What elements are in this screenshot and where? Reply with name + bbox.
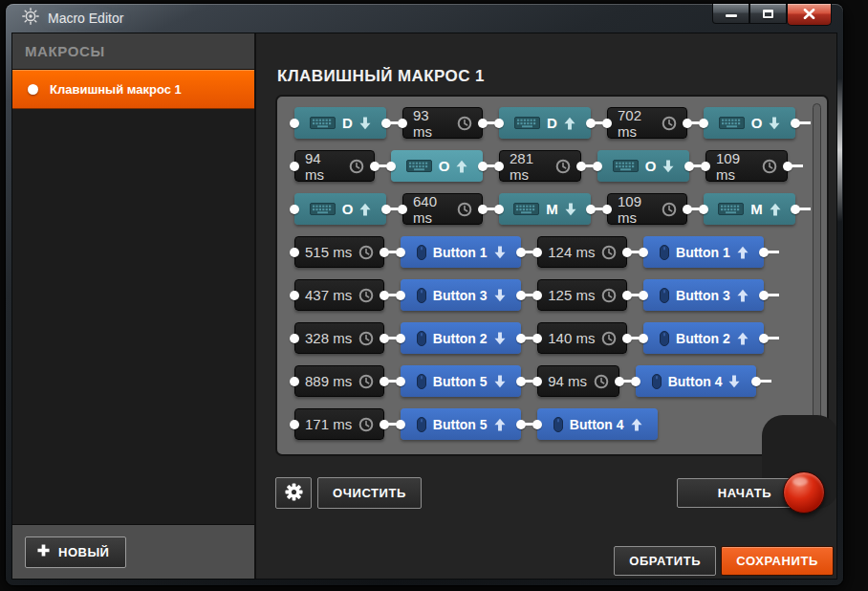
- step-connector: [516, 248, 542, 257]
- mouse-button-label: Button 5: [433, 374, 488, 389]
- row-end-connector: [759, 334, 779, 343]
- connector-line: [799, 121, 811, 124]
- connector-dot: [290, 334, 299, 343]
- step-connector: [622, 291, 648, 300]
- macro-step-delay[interactable]: 171 ms: [294, 408, 384, 440]
- clock-icon: [358, 374, 374, 389]
- step-connector: [370, 162, 396, 171]
- clock-icon: [358, 417, 374, 432]
- macro-step-delay[interactable]: 640 ms: [402, 193, 483, 225]
- connector-dot: [701, 162, 710, 171]
- macro-step-mouse-down[interactable]: Button 5: [401, 365, 521, 397]
- step-connector: [380, 334, 405, 343]
- macro-row: 328 msButton 2140 msButton 2: [290, 322, 798, 354]
- macro-step-key-up[interactable]: O: [391, 150, 483, 182]
- save-button[interactable]: СОХРАНИТЬ: [721, 546, 834, 576]
- macro-step-delay[interactable]: 124 ms: [537, 236, 627, 268]
- record-button[interactable]: [783, 471, 825, 514]
- step-connector: [622, 334, 648, 343]
- macro-step-delay[interactable]: 140 ms: [537, 322, 627, 354]
- macro-step-mouse-down[interactable]: Button 3: [401, 279, 521, 311]
- macro-step-key-down[interactable]: O: [704, 107, 795, 139]
- connector-dot: [290, 420, 299, 429]
- maximize-button[interactable]: [749, 4, 787, 24]
- macro-step-key-up[interactable]: O: [294, 193, 386, 225]
- sidebar: МАКРОСЫ Клавишный макрос 1 НОВЫЙ: [12, 33, 256, 579]
- delay-label: 140 ms: [548, 330, 595, 346]
- titlebar[interactable]: Macro Editor: [6, 4, 843, 33]
- key-label: O: [439, 158, 450, 174]
- step-connector: [516, 334, 542, 343]
- macro-step-mouse-down[interactable]: Button 2: [401, 322, 521, 354]
- arrow-up-icon: [456, 160, 467, 173]
- mouse-icon: [417, 288, 426, 303]
- step-connector: [516, 420, 542, 429]
- connector-line: [768, 337, 779, 339]
- minimize-button[interactable]: [712, 4, 749, 24]
- macro-step-delay[interactable]: 94 ms: [294, 150, 375, 182]
- macro-step-mouse-up[interactable]: Button 5: [401, 408, 521, 440]
- delay-label: 93 ms: [413, 107, 450, 140]
- keyboard-icon: [613, 160, 639, 172]
- mouse-icon: [553, 417, 563, 432]
- clear-button[interactable]: ОЧИСТИТЬ: [317, 477, 422, 509]
- plus-icon: [37, 544, 50, 559]
- macro-step-key-down[interactable]: O: [597, 150, 689, 182]
- mouse-button-label: Button 5: [433, 417, 488, 432]
- new-macro-button[interactable]: НОВЫЙ: [25, 536, 126, 568]
- step-connector: [381, 205, 407, 214]
- macro-step-delay[interactable]: 889 ms: [294, 365, 384, 397]
- mouse-icon: [660, 245, 669, 260]
- connector-dot: [532, 377, 542, 386]
- macro-step-delay[interactable]: 328 ms: [294, 322, 384, 354]
- clock-icon: [555, 159, 571, 174]
- connector-dot: [396, 420, 405, 429]
- macro-step-mouse-up[interactable]: Button 3: [643, 279, 764, 311]
- arrow-down-icon: [494, 246, 506, 259]
- revert-button[interactable]: ОБРАТИТЬ: [614, 546, 716, 576]
- gear-icon: [285, 483, 303, 504]
- window-title: Macro Editor: [48, 11, 123, 26]
- macro-step-delay[interactable]: 109 ms: [607, 193, 687, 225]
- macro-step-delay[interactable]: 281 ms: [499, 150, 581, 182]
- macro-step-delay[interactable]: 125 ms: [537, 279, 627, 311]
- arrow-up-icon: [631, 418, 642, 431]
- macro-step-mouse-up[interactable]: Button 2: [643, 322, 764, 354]
- connector-dot: [639, 334, 648, 343]
- arrow-down-icon: [359, 117, 371, 130]
- macro-rows: D93 msD702 msO94 msO281 msO109 msO640 ms…: [290, 107, 798, 440]
- window-controls: [712, 4, 832, 26]
- mouse-icon: [417, 374, 426, 389]
- step-connector: [683, 119, 708, 128]
- macro-step-delay[interactable]: 94 ms: [537, 365, 619, 397]
- macro-step-delay[interactable]: 702 ms: [607, 107, 687, 139]
- mouse-icon: [660, 288, 669, 303]
- macro-step-mouse-up[interactable]: Button 1: [643, 236, 764, 268]
- sidebar-item-macro-1[interactable]: Клавишный макрос 1: [12, 70, 254, 109]
- key-label: M: [546, 201, 558, 217]
- macro-step-key-down[interactable]: D: [294, 107, 386, 139]
- macro-step-key-up[interactable]: D: [499, 107, 591, 139]
- macro-step-mouse-down[interactable]: Button 4: [636, 365, 756, 397]
- connector-dot: [602, 205, 612, 214]
- macro-step-mouse-up[interactable]: Button 4: [537, 408, 658, 440]
- macro-step-delay[interactable]: 515 ms: [294, 236, 384, 268]
- macro-step-delay[interactable]: 93 ms: [402, 107, 483, 139]
- step-connector: [478, 119, 504, 128]
- connector-dot: [532, 248, 542, 257]
- macro-step-key-up[interactable]: M: [704, 193, 795, 225]
- macro-step-delay[interactable]: 109 ms: [705, 150, 788, 182]
- close-button[interactable]: [787, 4, 832, 26]
- steelseries-logo-icon: [22, 8, 39, 29]
- keyboard-icon: [513, 203, 539, 215]
- macro-step-key-down[interactable]: M: [499, 193, 591, 225]
- selected-dot-icon: [28, 84, 38, 95]
- row-end-connector: [759, 248, 779, 257]
- delay-label: 702 ms: [618, 107, 655, 140]
- macro-step-mouse-down[interactable]: Button 1: [401, 236, 521, 268]
- scrollbar-track[interactable]: [813, 103, 821, 448]
- step-connector: [622, 248, 648, 257]
- macro-settings-button[interactable]: [275, 477, 312, 509]
- step-connector: [615, 377, 640, 386]
- macro-step-delay[interactable]: 437 ms: [294, 279, 384, 311]
